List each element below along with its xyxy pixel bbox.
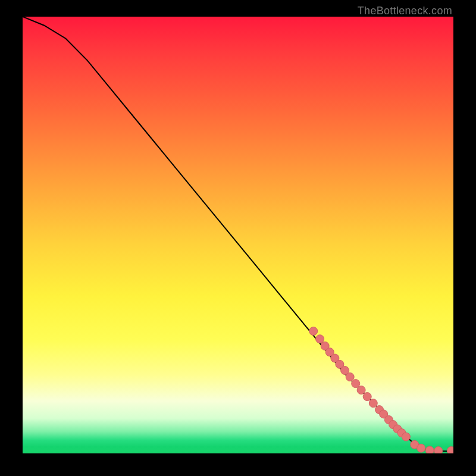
data-marker (425, 446, 434, 453)
data-marker (363, 393, 371, 401)
chart-frame: TheBottleneck.com (0, 0, 476, 476)
bottleneck-curve (23, 17, 453, 451)
data-marker (402, 433, 410, 441)
data-marker (352, 380, 360, 388)
data-marker (346, 373, 354, 381)
data-marker (309, 327, 318, 336)
data-marker (316, 335, 324, 343)
data-marker (417, 444, 425, 452)
plot-area (23, 17, 453, 453)
marker-layer (309, 327, 453, 454)
chart-svg (23, 17, 453, 453)
watermark-text: TheBottleneck.com (358, 5, 452, 17)
data-marker (369, 399, 377, 408)
data-marker (434, 447, 443, 453)
data-marker (357, 386, 365, 394)
data-marker (447, 447, 453, 453)
